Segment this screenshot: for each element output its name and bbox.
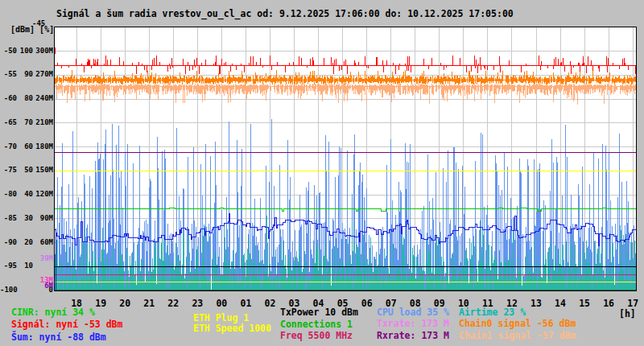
- legend-item: TxPower 10 dBm: [280, 308, 358, 317]
- y-tick-label: -60: [0, 94, 17, 102]
- y-tick-label: 120M: [34, 190, 53, 198]
- x-tick-label: 01: [240, 299, 251, 308]
- y-tick-label: -90: [0, 238, 17, 246]
- y-tick-label: -80: [0, 190, 17, 198]
- x-tick-label: 22: [167, 299, 179, 308]
- y-tick-label: -55: [0, 70, 17, 78]
- y-tick-label: 70: [18, 118, 33, 126]
- legend-item: Chain1 signal -57 dBm: [459, 332, 576, 340]
- legend-item: CINR: nyní 34 %: [11, 308, 95, 317]
- y-tick-label: -50: [0, 47, 17, 55]
- x-tick-label: 21: [143, 299, 155, 308]
- legend-item: Signál: nyní -53 dBm: [11, 320, 122, 329]
- chart-svg: [55, 27, 636, 290]
- y-tick-label: 50: [18, 166, 33, 174]
- y-tick-label: 80: [18, 94, 33, 102]
- x-tick-label: 15: [579, 299, 590, 308]
- x-tick-label: 20: [119, 299, 130, 308]
- legend-item: Šum: nyní -88 dBm: [11, 333, 106, 342]
- x-tick-label: 06: [361, 299, 373, 308]
- legend-item: Connections 1: [280, 320, 353, 329]
- x-tick-label: 02: [265, 299, 276, 308]
- legend-item: Freq 5500 MHz: [280, 332, 353, 340]
- x-tick-label: 00: [216, 299, 227, 308]
- plot-area: [54, 27, 637, 291]
- y-tick-label: -95: [0, 262, 17, 270]
- x-tick-label: 23: [192, 299, 203, 308]
- legend-item: ETH Plug 1: [193, 314, 249, 323]
- y-tick-label: 210M: [34, 118, 53, 126]
- y-tick-label: 20: [18, 238, 33, 246]
- x-tick-label: 19: [95, 299, 106, 308]
- y-tick-label: -65: [0, 118, 17, 126]
- y-tick-label: 100: [18, 47, 33, 55]
- x-tick-label: 17: [627, 299, 638, 308]
- inline-rate-label: 6M: [29, 282, 53, 290]
- graph-title: Signál a šum radia vrestov_ou_cl_ac od: …: [56, 8, 514, 19]
- legend-item: Chain0 signal -56 dBm: [459, 319, 576, 328]
- y-tick-label: 30: [18, 214, 33, 222]
- x-tick-label: 13: [530, 299, 542, 308]
- rrd-graph-page: Signál a šum radia vrestov_ou_cl_ac od: …: [0, 0, 644, 346]
- y-tick-label: 270M: [34, 70, 53, 78]
- y-tick-label: 150M: [34, 166, 53, 174]
- y-tick-label: 240M: [34, 94, 53, 102]
- x-tick-label: 14: [555, 299, 566, 308]
- y-tick-label: 40: [18, 190, 33, 198]
- y-tick-label: 60M: [34, 238, 53, 246]
- y-tick-label: 180M: [34, 142, 53, 150]
- inline-rate-label: 39M: [29, 255, 53, 262]
- y-tick-label: 90M: [34, 214, 53, 222]
- y-tick-label: 10: [18, 262, 33, 270]
- legend-item: Rxrate: 173 M: [377, 332, 449, 340]
- y-tick-label: 300M: [34, 47, 53, 55]
- y-tick-label: -70: [0, 142, 17, 150]
- y-tick-label: 60: [18, 142, 33, 150]
- legend-item: ETH Speed 1000: [193, 324, 271, 333]
- x-tick-label: 16: [603, 299, 614, 308]
- legend-item: Airtime 23 %: [459, 308, 526, 317]
- x-axis-unit-label: [h]: [619, 308, 636, 319]
- legend-item: CPU load 35 %: [377, 308, 449, 317]
- legend-item: Txrate: 173 M: [377, 319, 449, 328]
- y-tick-label: 90: [18, 70, 33, 78]
- y-axis-unit-label: [dBm] [%]: [10, 25, 54, 34]
- y-tick-label: -85: [0, 214, 17, 222]
- y-tick-label: -75: [0, 166, 17, 174]
- y-tick-label: -100: [0, 286, 17, 294]
